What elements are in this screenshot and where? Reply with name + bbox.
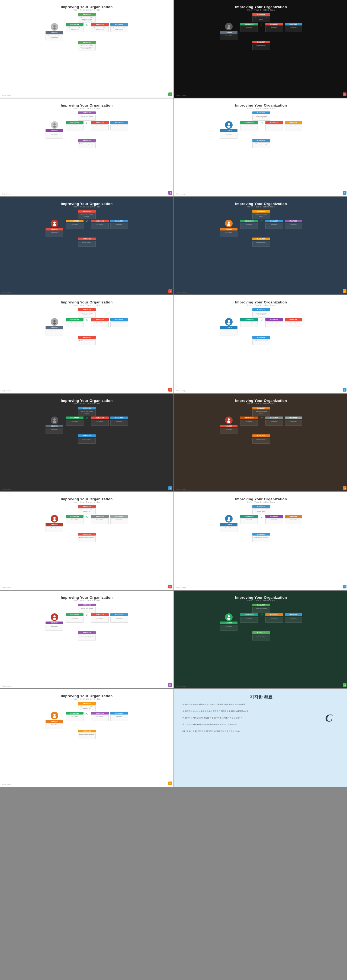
- svg-point-16: [53, 418, 56, 421]
- c-logo-13: C: [86, 613, 88, 617]
- slide-2: Improving Your Organization Insert Your …: [174, 0, 347, 98]
- org-chart-7: MANAGER There are many available analyse…: [8, 308, 166, 345]
- org-chart-4: MANAGER There are many available analyse…: [183, 111, 340, 148]
- page-6: Page 1/page: [177, 291, 186, 293]
- slide-8-title: Improving Your Organization: [235, 300, 287, 304]
- completion-title: 지작한 완료: [250, 694, 272, 700]
- c-logo-4: C: [261, 121, 263, 124]
- badge-7: 7: [168, 388, 172, 391]
- svg-point-3: [227, 27, 231, 29]
- slide-8: Improving Your Organization Insert Your …: [174, 295, 347, 393]
- completion-content-wrapper: 이 서비스는 유료로 제공됩니다. 서비스 이용 시 비용이 발생할 수 있습니…: [183, 703, 340, 733]
- slide-3-title: Improving Your Organization: [61, 103, 113, 107]
- svg-point-18: [228, 418, 230, 421]
- completion-logo-area: C: [318, 703, 340, 733]
- svg-point-7: [227, 126, 231, 128]
- slide-10-title: Improving Your Organization: [235, 399, 287, 402]
- page-15: Page 1/page: [2, 784, 11, 785]
- org-chart-11: MANAGER There are many available analyse…: [8, 505, 166, 542]
- badge-15: 15: [168, 781, 172, 785]
- svg-point-15: [227, 322, 231, 325]
- slide-1-title: Improving Your Organization: [61, 5, 113, 9]
- svg-point-27: [227, 618, 231, 620]
- svg-point-21: [53, 519, 56, 522]
- page-14: Page 1/page: [177, 685, 186, 687]
- badge-6: 6: [343, 290, 347, 293]
- svg-point-4: [53, 123, 56, 125]
- svg-point-5: [53, 126, 56, 128]
- slide-7-subtitle: Insert Your Creative Idea: [73, 304, 100, 306]
- c-logo-6: C: [261, 220, 263, 223]
- slide-10-subtitle: Insert Your Creative Idea: [247, 402, 275, 404]
- svg-point-9: [53, 224, 56, 226]
- page-9: Page 1/page: [2, 488, 11, 490]
- badge-3: 3: [168, 191, 172, 195]
- org-chart-9: MANAGER There are many available analyse…: [8, 407, 166, 444]
- slide-10: Improving Your Organization Insert Your …: [174, 394, 347, 492]
- slide-3: Improving Your Organization Insert Your …: [0, 99, 174, 196]
- badge-10: 10: [343, 486, 347, 490]
- org-chart-2: MANAGER There are many available analyse…: [183, 13, 340, 50]
- svg-point-23: [227, 519, 231, 522]
- page-4: Page 1/page: [177, 193, 186, 195]
- page-10: Page 1/page: [177, 488, 186, 490]
- svg-point-11: [227, 224, 231, 226]
- slide-5-subtitle: Insert Your Creative Idea: [73, 206, 100, 208]
- svg-point-2: [228, 25, 230, 27]
- slide-4: Improving Your Organization Insert Your …: [174, 99, 347, 196]
- c-logo: C: [86, 23, 88, 26]
- slide-11-title: Improving Your Organization: [61, 497, 113, 501]
- c-logo-3: C: [86, 121, 88, 124]
- slide-11-subtitle: Insert Your Creative Idea: [73, 501, 100, 503]
- badge-1: 1: [168, 92, 172, 96]
- slide-13-subtitle: Insert Your Creative Idea: [73, 600, 100, 601]
- svg-point-13: [53, 322, 56, 325]
- slide-12: Improving Your Organization Insert Your …: [174, 492, 347, 590]
- svg-point-12: [53, 320, 56, 322]
- svg-point-19: [227, 421, 231, 423]
- c-logo-14: C: [261, 613, 263, 617]
- slide-12-subtitle: Insert Your Creative Idea: [247, 501, 275, 503]
- org-chart-13: MANAGER There are many available analyse…: [8, 604, 166, 641]
- slide-5: Improving Your Organization Insert Your …: [0, 197, 174, 294]
- svg-point-25: [53, 618, 56, 620]
- c-logo-12: C: [261, 515, 263, 518]
- svg-point-28: [53, 714, 56, 716]
- slide-2-title: Improving Your Organization: [235, 5, 287, 9]
- slide-3-subtitle: Insert Your Creative Idea: [73, 107, 100, 109]
- svg-point-24: [53, 615, 56, 617]
- slide-13: Improving Your Organization Insert Your …: [0, 590, 174, 688]
- slide-4-title: Improving Your Organization: [235, 103, 287, 107]
- slide-7: Improving Your Organization Insert Your …: [0, 295, 174, 393]
- slide-15-subtitle: Insert Your Creative Idea: [73, 698, 100, 700]
- page-8: Page 1/page: [177, 390, 186, 391]
- slide-8-subtitle: Insert Your Creative Idea: [247, 304, 275, 306]
- c-logo-9: C: [86, 417, 88, 420]
- slide-11: Improving Your Organization Insert Your …: [0, 492, 174, 590]
- slide-12-title: Improving Your Organization: [235, 497, 287, 501]
- slide-2-subtitle: Insert Your Creative Idea: [247, 9, 275, 11]
- badge-12: 12: [343, 585, 347, 589]
- slide-6: Improving Your Organization Insert Your …: [174, 197, 347, 294]
- completion-logo: C: [325, 711, 333, 724]
- slide-9: Improving Your Organization Insert Your …: [0, 394, 174, 492]
- org-chart-8: MANAGER There are many available analyse…: [183, 308, 340, 345]
- c-logo-7: C: [86, 318, 88, 321]
- c-logo-8: C: [261, 318, 263, 321]
- slide-16-completion: 지작한 완료 이 서비스는 유료로 제공됩니다. 서비스 이용 시 비용이 발생…: [174, 689, 347, 787]
- top-manager-label: MANAGER: [78, 13, 96, 16]
- slide-4-subtitle: Insert Your Creative Idea: [247, 107, 275, 109]
- org-chart-10: MANAGER There are many available analyse…: [183, 407, 340, 444]
- badge-14: 14: [343, 683, 347, 687]
- slide-6-subtitle: Insert Your Creative Idea: [247, 206, 275, 208]
- svg-point-29: [53, 716, 56, 718]
- slide-1-subtitle: Insert Your Creative Idea: [73, 9, 100, 11]
- slide-1: Improving Your Organization Insert Your …: [0, 0, 174, 98]
- badge-13: 13: [168, 683, 172, 687]
- badge-9: 9: [168, 486, 172, 490]
- slide-5-title: Improving Your Organization: [61, 202, 113, 206]
- c-logo-2: C: [261, 23, 263, 26]
- page-5: Page 1/page: [2, 291, 11, 293]
- svg-point-8: [53, 221, 56, 224]
- c-logo-11: C: [86, 515, 88, 518]
